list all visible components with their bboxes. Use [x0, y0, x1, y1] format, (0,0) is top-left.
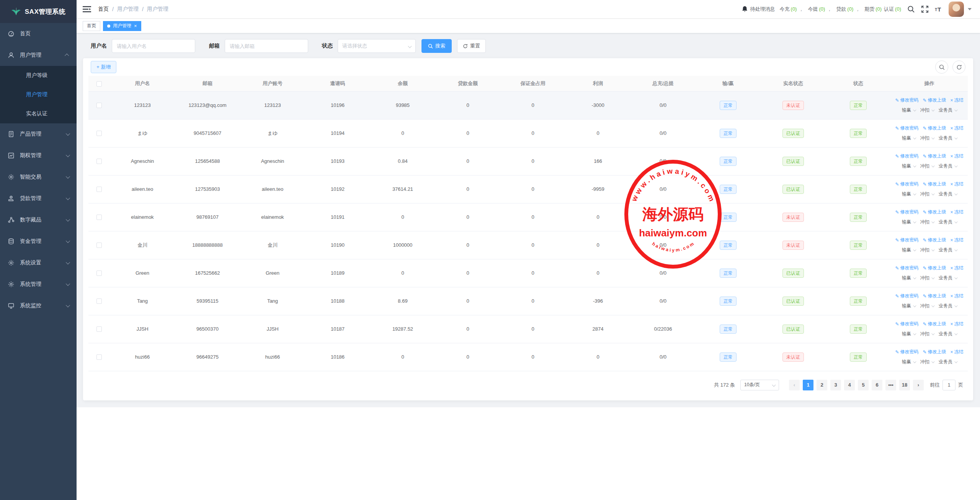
page-button-1[interactable]: 1 [803, 380, 813, 390]
search-icon[interactable] [907, 5, 915, 13]
sidebar-item-5[interactable]: 贷款管理 [0, 188, 77, 209]
action-修改上级[interactable]: ✎修改上级 [923, 321, 946, 327]
sidebar-item-8[interactable]: 系统设置 [0, 252, 77, 274]
breadcrumb-item-2[interactable]: 用户管理 [147, 6, 168, 13]
action-修改密码[interactable]: ✎修改密码 [895, 153, 918, 159]
action-修改上级[interactable]: ✎修改上级 [923, 293, 946, 299]
dropdown-输赢[interactable]: 输赢 [902, 219, 915, 225]
page-button-6[interactable]: 6 [872, 380, 882, 390]
action-冻结[interactable]: ×冻结 [951, 349, 964, 355]
dropdown-业务员[interactable]: 业务员 [939, 135, 957, 141]
font-size-icon[interactable]: T T [935, 5, 942, 13]
status-select[interactable]: 请选择状态 [338, 39, 416, 53]
goto-page-input[interactable] [942, 380, 956, 390]
page-button-18[interactable]: 18 [899, 380, 910, 390]
sidebar-subitem-用户等级[interactable]: 用户等级 [0, 66, 77, 85]
action-修改密码[interactable]: ✎修改密码 [895, 349, 918, 355]
action-修改上级[interactable]: ✎修改上级 [923, 125, 946, 131]
username-input[interactable] [112, 39, 195, 53]
sidebar-item-7[interactable]: 资金管理 [0, 231, 77, 252]
action-冻结[interactable]: ×冻结 [951, 125, 964, 131]
page-button-5[interactable]: 5 [858, 380, 869, 390]
table-refresh-button[interactable] [952, 61, 965, 74]
action-冻结[interactable]: ×冻结 [951, 209, 964, 215]
dropdown-冲扣[interactable]: 冲扣 [920, 191, 934, 197]
page-button-•••[interactable]: ••• [885, 380, 896, 390]
sidebar-item-2[interactable]: 产品管理 [0, 123, 77, 145]
breadcrumb-item-1[interactable]: 用户管理 [117, 6, 139, 13]
sidebar-item-6[interactable]: 数字藏品 [0, 209, 77, 231]
dropdown-冲扣[interactable]: 冲扣 [920, 107, 934, 113]
chevron-down-icon[interactable] [968, 8, 972, 10]
sidebar-subitem-实名认证[interactable]: 实名认证 [0, 104, 77, 123]
dropdown-输赢[interactable]: 输赢 [902, 303, 915, 309]
action-冻结[interactable]: ×冻结 [951, 265, 964, 271]
dropdown-冲扣[interactable]: 冲扣 [920, 331, 934, 337]
action-冻结[interactable]: ×冻结 [951, 321, 964, 327]
action-修改密码[interactable]: ✎修改密码 [895, 125, 918, 131]
page-button-3[interactable]: 3 [830, 380, 841, 390]
dropdown-业务员[interactable]: 业务员 [939, 331, 957, 337]
dropdown-冲扣[interactable]: 冲扣 [920, 135, 934, 141]
sidebar-item-9[interactable]: 系统管理 [0, 274, 77, 295]
dropdown-业务员[interactable]: 业务员 [939, 107, 957, 113]
bell-icon[interactable] [742, 6, 748, 13]
page-button-4[interactable]: 4 [844, 380, 855, 390]
row-checkbox[interactable] [96, 187, 102, 192]
action-修改上级[interactable]: ✎修改上级 [923, 265, 946, 271]
breadcrumb-item-0[interactable]: 首页 [98, 6, 109, 13]
prev-page-button[interactable]: ‹ [789, 380, 800, 390]
dropdown-业务员[interactable]: 业务员 [939, 359, 957, 365]
action-冻结[interactable]: ×冻结 [951, 153, 964, 159]
action-修改上级[interactable]: ✎修改上级 [923, 349, 946, 355]
dropdown-冲扣[interactable]: 冲扣 [920, 303, 934, 309]
tab-首页[interactable]: 首页 [83, 21, 100, 31]
row-checkbox[interactable] [96, 215, 102, 220]
sidebar-item-0[interactable]: 首页 [0, 23, 77, 44]
dropdown-输赢[interactable]: 输赢 [902, 331, 915, 337]
sidebar-subitem-用户管理[interactable]: 用户管理 [0, 85, 77, 104]
dropdown-业务员[interactable]: 业务员 [939, 275, 957, 281]
row-checkbox[interactable] [96, 354, 102, 360]
row-checkbox[interactable] [96, 270, 102, 276]
dropdown-冲扣[interactable]: 冲扣 [920, 247, 934, 253]
action-修改上级[interactable]: ✎修改上级 [923, 153, 946, 159]
reset-button[interactable]: 重置 [457, 39, 486, 53]
row-checkbox[interactable] [96, 326, 102, 332]
row-checkbox[interactable] [96, 103, 102, 108]
row-checkbox[interactable] [96, 159, 102, 164]
action-冻结[interactable]: ×冻结 [951, 181, 964, 187]
action-修改密码[interactable]: ✎修改密码 [895, 237, 918, 243]
sidebar-item-4[interactable]: 智能交易 [0, 166, 77, 188]
next-page-button[interactable]: › [913, 380, 924, 390]
page-size-select[interactable]: 10条/页 [740, 380, 779, 390]
action-修改密码[interactable]: ✎修改密码 [895, 181, 918, 187]
action-修改密码[interactable]: ✎修改密码 [895, 321, 918, 327]
action-修改上级[interactable]: ✎修改上级 [923, 97, 946, 103]
dropdown-输赢[interactable]: 输赢 [902, 275, 915, 281]
action-修改上级[interactable]: ✎修改上级 [923, 181, 946, 187]
dropdown-输赢[interactable]: 输赢 [902, 247, 915, 253]
action-冻结[interactable]: ×冻结 [951, 293, 964, 299]
dropdown-业务员[interactable]: 业务员 [939, 163, 957, 169]
dropdown-业务员[interactable]: 业务员 [939, 219, 957, 225]
email-input[interactable] [225, 39, 308, 53]
action-修改密码[interactable]: ✎修改密码 [895, 209, 918, 215]
dropdown-业务员[interactable]: 业务员 [939, 247, 957, 253]
collapse-sidebar-icon[interactable] [83, 6, 91, 13]
dropdown-输赢[interactable]: 输赢 [902, 163, 915, 169]
dropdown-业务员[interactable]: 业务员 [939, 303, 957, 309]
search-button[interactable]: 搜索 [421, 39, 452, 53]
dropdown-输赢[interactable]: 输赢 [902, 359, 915, 365]
fullscreen-icon[interactable] [921, 5, 929, 13]
row-checkbox[interactable] [96, 243, 102, 248]
row-checkbox[interactable] [96, 298, 102, 304]
dropdown-冲扣[interactable]: 冲扣 [920, 163, 934, 169]
avatar[interactable] [949, 2, 964, 17]
dropdown-输赢[interactable]: 输赢 [902, 107, 915, 113]
close-icon[interactable]: × [134, 23, 137, 28]
action-修改密码[interactable]: ✎修改密码 [895, 293, 918, 299]
action-修改密码[interactable]: ✎修改密码 [895, 265, 918, 271]
sidebar-item-10[interactable]: 系统监控 [0, 295, 77, 316]
add-user-button[interactable]: + 新增 [91, 61, 116, 73]
